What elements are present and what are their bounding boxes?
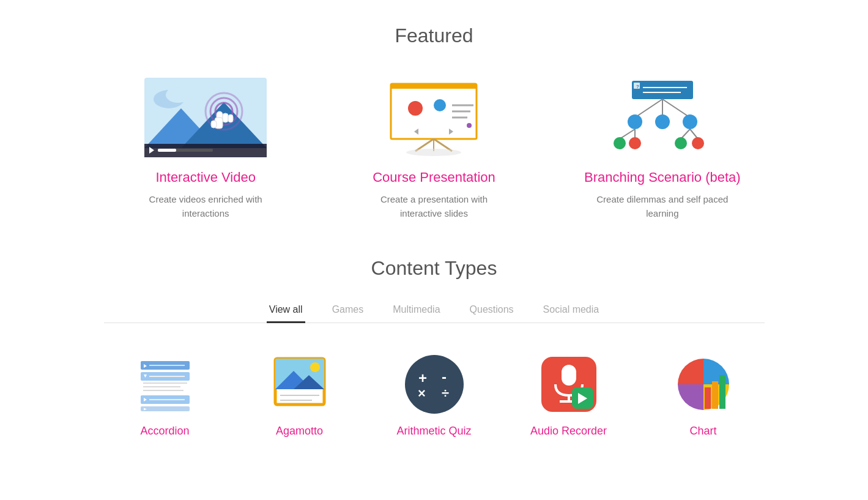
svg-text:-: -: [442, 368, 447, 385]
svg-point-69: [310, 362, 320, 372]
svg-rect-9: [223, 113, 228, 122]
svg-point-41: [683, 114, 697, 129]
svg-text:+: +: [418, 370, 427, 386]
arithmetic-quiz-icon: + - × ÷: [404, 354, 465, 415]
course-presentation-image: [373, 78, 495, 157]
content-item-accordion[interactable]: Accordion: [104, 354, 226, 438]
svg-point-47: [629, 137, 641, 149]
audio-recorder-icon: [538, 354, 599, 415]
agamotto-title: Agamotto: [276, 425, 323, 438]
svg-line-36: [635, 99, 662, 118]
content-types-title: Content Types: [104, 257, 765, 280]
accordion-title: Accordion: [140, 425, 189, 438]
course-presentation-desc: Create a presentation with interactive s…: [366, 193, 501, 220]
svg-line-38: [662, 99, 690, 118]
featured-grid: Interactive Video Create videos enriched…: [104, 78, 765, 220]
svg-point-39: [628, 114, 642, 129]
svg-rect-63: [141, 406, 190, 411]
svg-rect-10: [228, 114, 233, 122]
chart-title: Chart: [689, 425, 716, 438]
tab-multimedia[interactable]: Multimedia: [390, 298, 442, 323]
svg-line-42: [620, 129, 635, 139]
chart-icon: [673, 354, 734, 415]
svg-point-49: [692, 137, 704, 149]
content-grid: Accordion Agamotto: [104, 354, 765, 438]
svg-rect-83: [705, 387, 711, 409]
tab-social-media[interactable]: Social media: [541, 298, 602, 323]
content-types-section: Content Types View all Games Multimedia …: [104, 257, 765, 438]
svg-rect-16: [158, 149, 176, 152]
accordion-icon: [135, 354, 196, 415]
tab-questions[interactable]: Questions: [467, 298, 516, 323]
svg-point-46: [614, 137, 626, 149]
interactive-video-desc: Create videos enriched with interactions: [138, 193, 273, 220]
svg-point-40: [655, 114, 670, 129]
svg-rect-31: [632, 81, 693, 99]
content-item-arithmetic-quiz[interactable]: + - × ÷ Arithmetic Quiz: [373, 354, 495, 438]
course-presentation-title: Course Presentation: [373, 170, 495, 185]
svg-rect-85: [719, 375, 725, 409]
svg-rect-18: [391, 84, 477, 89]
svg-point-20: [434, 99, 446, 111]
svg-point-30: [406, 149, 461, 156]
content-item-chart[interactable]: Chart: [642, 354, 765, 438]
svg-point-4: [166, 87, 190, 103]
interactive-video-title: Interactive Video: [155, 170, 255, 185]
svg-rect-84: [712, 381, 718, 409]
svg-text:×: ×: [418, 386, 426, 401]
svg-point-48: [675, 137, 687, 149]
svg-point-24: [467, 123, 472, 128]
tab-view-all[interactable]: View all: [267, 298, 305, 323]
svg-rect-12: [211, 121, 217, 128]
featured-title: Featured: [104, 24, 765, 47]
featured-item-branching-scenario[interactable]: ? Branching Scenario (bet: [560, 78, 764, 220]
svg-text:?: ?: [636, 84, 639, 89]
svg-text:÷: ÷: [442, 386, 449, 401]
interactive-video-image: [144, 78, 267, 157]
agamotto-icon: [269, 354, 330, 415]
audio-recorder-title: Audio Recorder: [530, 425, 607, 438]
svg-point-72: [405, 355, 464, 414]
branching-scenario-title: Branching Scenario (beta): [584, 170, 741, 185]
svg-point-19: [408, 101, 423, 116]
content-item-agamotto[interactable]: Agamotto: [239, 354, 361, 438]
svg-rect-78: [562, 365, 576, 386]
branching-scenario-desc: Create dilemmas and self paced learning: [595, 193, 730, 220]
featured-item-course-presentation[interactable]: Course Presentation Create a presentatio…: [332, 78, 536, 220]
featured-item-interactive-video[interactable]: Interactive Video Create videos enriched…: [104, 78, 308, 220]
content-item-audio-recorder[interactable]: Audio Recorder: [508, 354, 630, 438]
branching-scenario-image: ?: [601, 78, 724, 157]
content-types-tabs: View all Games Multimedia Questions Soci…: [104, 298, 765, 323]
arithmetic-quiz-title: Arithmetic Quiz: [396, 425, 471, 438]
tab-games[interactable]: Games: [330, 298, 366, 323]
